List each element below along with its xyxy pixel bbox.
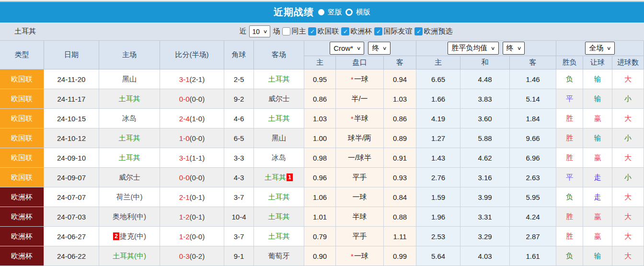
filter-option-label[interactable]: 欧洲杯: [350, 27, 372, 36]
date-cell: 24-07-03: [44, 207, 99, 227]
home-team-link[interactable]: 荷兰(中): [116, 193, 143, 202]
odds-state-value: 终: [372, 44, 379, 53]
avg-away-cell: 5.95: [510, 187, 556, 207]
checkbox-checked-icon[interactable]: ✓: [374, 27, 382, 35]
chevron-down-icon: ∨: [356, 46, 361, 51]
score-cell: 1-2(0-1): [160, 207, 224, 227]
handicap-cell: 半球: [336, 207, 384, 227]
avg-home-cell: 1.27: [416, 128, 460, 148]
chevron-down-icon: ∨: [607, 46, 611, 51]
away-team-link[interactable]: 土耳其: [268, 193, 290, 202]
result-scope-value: 全场: [589, 44, 603, 53]
away-team-link[interactable]: 土耳其: [268, 114, 290, 123]
halftime-score: (2-1): [190, 75, 205, 83]
away-team-cell: 土耳其1: [254, 168, 304, 187]
home-team-link[interactable]: 冰岛: [122, 114, 137, 123]
radio-unselected-icon[interactable]: [345, 9, 353, 16]
away-team-link[interactable]: 葡萄牙: [268, 252, 290, 261]
away-team-link[interactable]: 土耳其: [268, 212, 290, 221]
halftime-score: (0-0): [190, 95, 205, 103]
score-cell: 1-2(0-0): [160, 227, 224, 246]
avg-away-cell: 9.66: [510, 128, 556, 148]
vertical-layout-option[interactable]: 竖版: [328, 8, 342, 17]
odds-state-select[interactable]: 终 ∨: [368, 42, 390, 55]
avg-source-select[interactable]: 胜平负均值 ∨: [448, 42, 498, 55]
result-scope-select[interactable]: 全场 ∨: [585, 42, 614, 55]
away-odds-cell: 0.99: [384, 246, 416, 266]
filter-option-label[interactable]: 国际友谊: [383, 27, 412, 36]
goals-outcome-cell: 大: [612, 227, 644, 246]
layout-radio-group: 竖版 横版: [318, 8, 370, 17]
competition-cell: 欧洲杯: [0, 227, 44, 246]
checkbox-checked-icon[interactable]: ✓: [414, 27, 423, 35]
red-card-badge: 1: [287, 173, 293, 181]
away-team-link[interactable]: 土耳其: [268, 75, 290, 84]
home-team-link[interactable]: 捷克(中): [120, 232, 146, 241]
filter-option-label[interactable]: 同主: [291, 27, 306, 36]
filter-option-nations-league[interactable]: ✓ 欧国联: [308, 27, 339, 36]
score-cell: 2-4(1-0): [160, 109, 224, 128]
check-icon: ✓: [310, 29, 315, 35]
away-team-link[interactable]: 土耳其: [268, 232, 290, 241]
handicap-star: *: [351, 115, 354, 123]
filter-option-friendly[interactable]: ✓ 国际友谊: [374, 27, 412, 36]
home-team-cell: 奥地利(中): [99, 207, 160, 227]
halftime-score: (0-1): [190, 193, 205, 201]
outcome-cell: 负: [556, 187, 583, 207]
outcome-cell: 胜: [556, 109, 583, 128]
handicap-text: 一球: [354, 75, 368, 84]
outcome-cell: 平: [556, 89, 583, 109]
home-odds-cell: 0.96: [304, 168, 336, 187]
away-team-link[interactable]: 土耳其: [264, 173, 286, 182]
recent-count-value: 10: [253, 28, 260, 35]
filter-option-euro-cup[interactable]: ✓ 欧洲杯: [341, 27, 372, 36]
col-header-home: 主场: [99, 41, 160, 69]
home-odds-cell: 1.03: [304, 109, 336, 128]
result-group-header: 全场 ∨: [556, 41, 644, 56]
filter-option-label[interactable]: 欧洲预选: [424, 27, 452, 36]
checkbox-unchecked-icon[interactable]: [282, 27, 290, 35]
home-team-link[interactable]: 土耳其: [119, 134, 140, 143]
recent-label: 近: [240, 27, 247, 36]
away-odds-cell: 1.03: [384, 89, 416, 109]
home-team-link[interactable]: 威尔士: [119, 173, 140, 182]
chevron-down-icon: ∨: [263, 29, 268, 34]
sub-header-outcome: 胜负: [556, 56, 583, 69]
home-team-cell: 冰岛: [99, 109, 160, 128]
filter-controls: 近 10 ∨ 场 同主 ✓ 欧国联 ✓ 欧洲杯 ✓ 国际友谊: [240, 25, 453, 37]
radio-selected-icon[interactable]: [318, 9, 324, 15]
filter-option-euro-qualifier[interactable]: ✓ 欧洲预选: [414, 27, 452, 36]
competition-cell: 欧洲杯: [0, 187, 44, 207]
home-team-link[interactable]: 土耳其: [119, 153, 140, 162]
recent-count-select[interactable]: 10 ∨: [249, 25, 271, 37]
horizontal-layout-option[interactable]: 横版: [356, 8, 370, 17]
handicap-outcome-cell: 赢: [583, 207, 612, 227]
avg-draw-cell: 3.83: [460, 89, 510, 109]
away-team-link[interactable]: 黑山: [272, 134, 286, 143]
competition-cell: 欧国联: [0, 69, 44, 89]
date-cell: 24-06-27: [44, 227, 99, 246]
filter-option-label[interactable]: 欧国联: [317, 27, 339, 36]
goals-outcome-cell: 小: [612, 168, 644, 187]
checkbox-checked-icon[interactable]: ✓: [341, 27, 349, 35]
fulltime-score: 0-0: [179, 173, 190, 182]
corners-cell: 3-3: [224, 148, 254, 168]
halftime-score: (0-0): [190, 173, 205, 182]
away-team-link[interactable]: 威尔士: [268, 94, 290, 104]
goals-outcome-cell: 小: [612, 128, 644, 148]
avg-state-select[interactable]: 终 ∨: [503, 42, 525, 55]
filter-option-same-venue[interactable]: 同主: [282, 27, 306, 36]
check-icon: ✓: [416, 29, 421, 35]
competition-cell: 欧洲杯: [0, 207, 44, 227]
home-team-link[interactable]: 黑山: [122, 75, 137, 84]
home-team-link[interactable]: 土耳其(中): [113, 252, 146, 261]
chevron-down-icon: ∨: [382, 46, 387, 51]
home-team-link[interactable]: 奥地利(中): [113, 212, 146, 221]
handicap-cell: 一/球半: [336, 148, 384, 168]
odds-source-select[interactable]: Crow* ∨: [330, 42, 364, 55]
home-team-link[interactable]: 土耳其: [119, 94, 140, 104]
checkbox-checked-icon[interactable]: ✓: [308, 27, 316, 35]
away-team-link[interactable]: 冰岛: [272, 153, 286, 162]
home-team-cell: 荷兰(中): [99, 187, 160, 207]
home-odds-cell: 0.95: [304, 69, 336, 89]
